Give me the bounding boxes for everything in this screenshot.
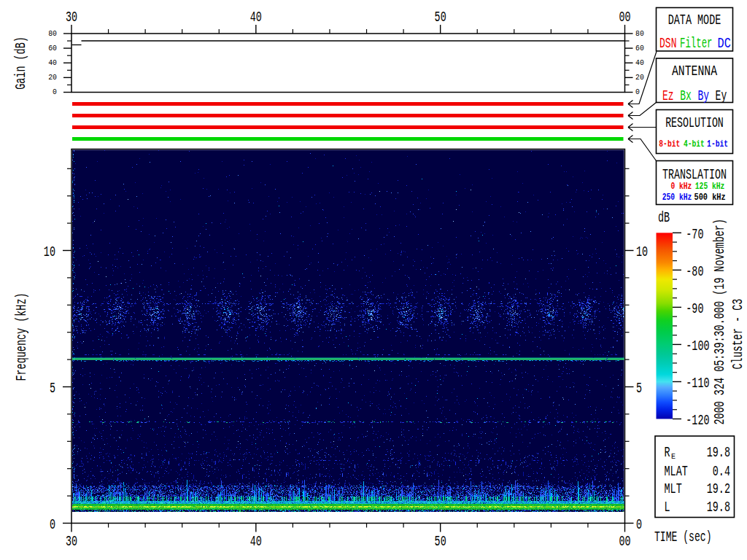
svg-text:Bx: Bx (680, 88, 692, 104)
svg-text:125 kHz: 125 kHz (695, 181, 725, 192)
svg-text:4-bit: 4-bit (684, 139, 705, 149)
svg-text:19.8: 19.8 (707, 499, 730, 516)
svg-text:MLAT: MLAT (665, 463, 688, 480)
svg-text:MLT: MLT (665, 481, 682, 497)
svg-text:30: 30 (66, 533, 77, 550)
svg-text:dB: dB (658, 209, 670, 226)
svg-text:Frequency (kHz): Frequency (kHz) (13, 292, 30, 381)
svg-text:40: 40 (250, 533, 262, 550)
svg-text:0: 0 (635, 88, 640, 96)
svg-text:8-bit: 8-bit (659, 139, 680, 149)
svg-text:10: 10 (44, 244, 55, 260)
svg-text:L: L (665, 499, 670, 516)
svg-text:-90: -90 (686, 300, 703, 317)
svg-text:0.4: 0.4 (713, 463, 730, 480)
svg-text:ANTENNA: ANTENNA (672, 63, 717, 79)
svg-text:5: 5 (636, 380, 642, 397)
svg-text:5: 5 (50, 380, 55, 397)
svg-text:500 kHz: 500 kHz (694, 192, 726, 203)
svg-text:-70: -70 (686, 226, 703, 243)
svg-text:19.8: 19.8 (707, 444, 730, 461)
svg-text:-100: -100 (686, 338, 709, 354)
svg-text:00: 00 (619, 533, 630, 550)
svg-text:80: 80 (48, 30, 57, 38)
svg-text:60: 60 (48, 44, 57, 52)
svg-text:1-bit: 1-bit (707, 139, 728, 149)
svg-text:20: 20 (48, 74, 57, 82)
svg-text:Cluster - C3: Cluster - C3 (729, 299, 746, 370)
svg-text:60: 60 (635, 44, 644, 52)
svg-text:RESOLUTION: RESOLUTION (665, 114, 724, 131)
svg-text:Gain (dB): Gain (dB) (12, 36, 29, 90)
svg-text:Ez: Ez (662, 88, 674, 104)
svg-text:10: 10 (636, 244, 648, 260)
svg-text:40: 40 (48, 59, 57, 67)
svg-text:DC: DC (718, 35, 731, 52)
svg-text:TIME (sec): TIME (sec) (654, 529, 712, 545)
svg-text:0: 0 (636, 516, 642, 533)
svg-text:40: 40 (635, 59, 644, 67)
svg-text:2000 324 05:39:30.000 (19 Nove: 2000 324 05:39:30.000 (19 November) (711, 219, 728, 424)
svg-text:19.2: 19.2 (707, 481, 730, 497)
svg-text:DATA MODE: DATA MODE (668, 12, 721, 28)
svg-text:Ey: Ey (716, 88, 727, 104)
svg-text:80: 80 (635, 30, 644, 38)
svg-text:00: 00 (619, 9, 630, 26)
svg-text:0: 0 (50, 516, 55, 533)
svg-text:By: By (697, 88, 709, 104)
svg-text:20: 20 (635, 74, 644, 82)
svg-text:40: 40 (250, 9, 262, 26)
svg-text:-80: -80 (686, 263, 703, 280)
svg-text:50: 50 (435, 533, 446, 550)
svg-text:250 kHz: 250 kHz (662, 192, 692, 203)
svg-text:-110: -110 (686, 375, 709, 392)
svg-text:DSN: DSN (659, 35, 677, 52)
svg-text:50: 50 (435, 9, 446, 26)
svg-text:0: 0 (53, 88, 57, 96)
svg-text:E: E (671, 452, 676, 461)
svg-text:Filter: Filter (680, 35, 713, 52)
svg-text:0 kHz: 0 kHz (670, 181, 692, 192)
svg-text:R: R (665, 444, 670, 461)
svg-text:30: 30 (66, 9, 77, 26)
svg-text:-120: -120 (686, 412, 709, 429)
